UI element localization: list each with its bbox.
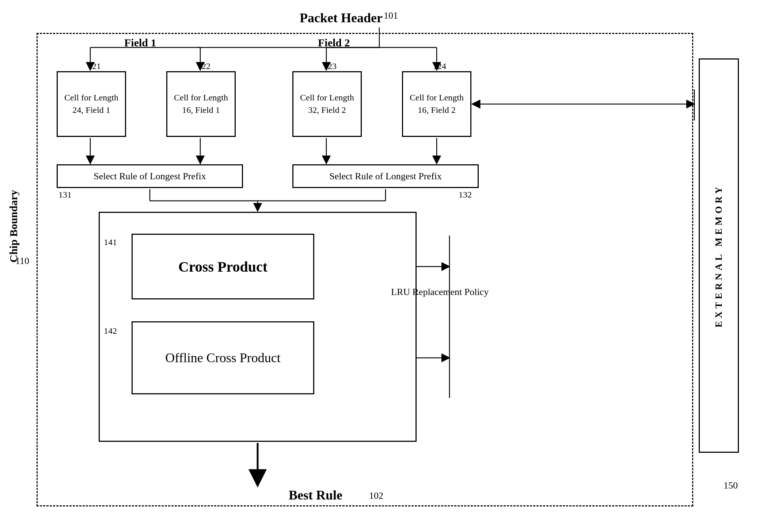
ref-121: 121 [88,61,101,71]
ref-150: 150 [724,480,738,491]
field1-label: Field 1 [124,37,156,49]
ref-141: 141 [104,237,117,247]
cell-122: Cell for Length 16, Field 1 [166,71,236,137]
cell-123: Cell for Length 32, Field 2 [292,71,362,137]
ref-131: 131 [58,190,72,200]
external-memory-box: EXTERNAL MEMORY [699,58,739,453]
ref-102: 102 [369,490,383,501]
best-rule-label: Best Rule [289,487,342,503]
ref-110: 110 [15,256,29,267]
ref-132: 132 [459,190,472,200]
chip-boundary-label: Chip Boundary [7,190,20,263]
select-132: Select Rule of Longest Prefix [292,164,479,188]
lru-label: LRU Replacement Policy [391,285,489,299]
diagram: Packet Header 101 Chip Boundary 110 EXTE… [0,0,759,532]
ref-124: 124 [433,61,446,71]
cell-124: Cell for Length 16, Field 2 [402,71,471,137]
offline-cross-product-box: Offline Cross Product [132,321,314,394]
select-131: Select Rule of Longest Prefix [57,164,243,188]
ref-123: 123 [323,61,337,71]
ref-142: 142 [104,326,117,336]
packet-header-label: Packet Header [300,10,383,26]
external-memory-text: EXTERNAL MEMORY [714,184,724,328]
ref-122: 122 [197,61,210,71]
cell-121: Cell for Length 24, Field 1 [57,71,126,137]
ref-101: 101 [384,10,398,21]
field2-label: Field 2 [318,37,350,49]
cross-product-box: Cross Product [132,234,314,299]
